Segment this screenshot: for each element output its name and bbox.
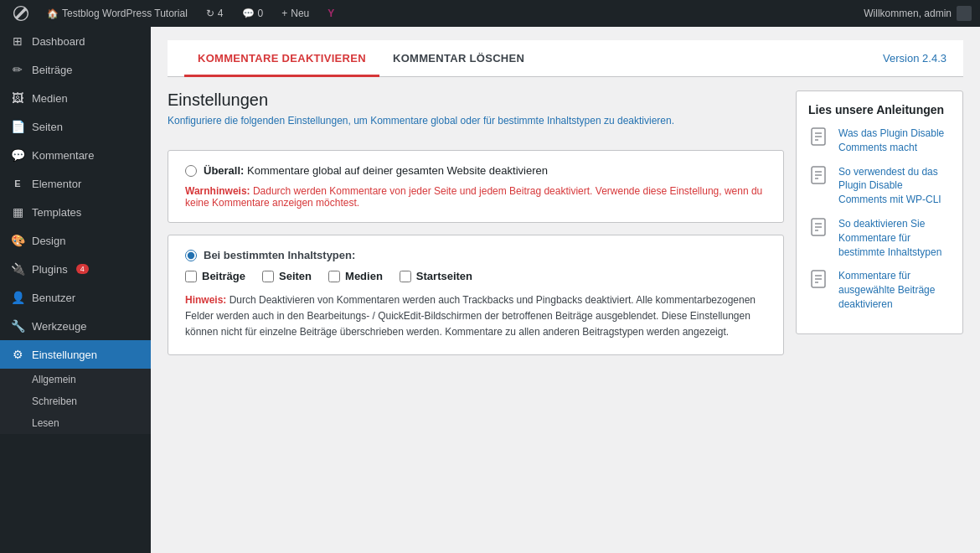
everywhere-label-text: Kommentare global auf deiner gesamten We… bbox=[247, 164, 548, 177]
guide-item-3[interactable]: So deaktivieren Sie Kommentare für besti… bbox=[808, 217, 951, 259]
users-icon: 👤 bbox=[10, 290, 25, 305]
checkbox-media-label: Medien bbox=[345, 270, 383, 282]
warning-text: Warnhinweis: Dadurch werden Kommentare v… bbox=[185, 185, 766, 209]
sidebar-item-settings[interactable]: ⚙ Einstellungen bbox=[0, 340, 151, 369]
admin-avatar bbox=[957, 6, 972, 21]
elementor-icon: E bbox=[10, 176, 25, 191]
checkbox-posts-input[interactable] bbox=[185, 271, 197, 282]
dashboard-icon: ⊞ bbox=[10, 34, 25, 49]
hint-content: Durch Deaktivieren von Kommentaren werde… bbox=[185, 294, 756, 338]
comments-link[interactable]: 💬 0 bbox=[237, 0, 269, 27]
submenu-general[interactable]: Allgemein bbox=[0, 369, 151, 390]
settings-header: Einstellungen Konfiguriere die folgenden… bbox=[168, 90, 784, 150]
checkbox-pages[interactable]: Seiten bbox=[262, 270, 312, 282]
version-label: Version 2.4.3 bbox=[883, 52, 946, 65]
main-settings: Einstellungen Konfiguriere die folgenden… bbox=[168, 90, 784, 367]
sidebar-label-users: Benutzer bbox=[32, 292, 75, 304]
checkbox-media-input[interactable] bbox=[328, 271, 340, 282]
design-icon: 🎨 bbox=[10, 233, 25, 248]
sidebar-item-tools[interactable]: 🔧 Werkzeuge bbox=[0, 312, 151, 340]
sidebar-label-comments: Kommentare bbox=[32, 149, 94, 162]
sidebar-item-templates[interactable]: ▦ Templates bbox=[0, 198, 151, 226]
guide-item-text-3: So deaktivieren Sie Kommentare für besti… bbox=[838, 217, 951, 259]
sidebar-label-design: Design bbox=[32, 235, 65, 247]
guide-item-1[interactable]: Was das Plugin Disable Comments macht bbox=[808, 127, 951, 155]
warning-bold: Warnhinweis: bbox=[185, 185, 250, 197]
guide-card: Lies unsere Anleitungen Was das bbox=[796, 90, 963, 334]
warning-content: Dadurch werden Kommentare von jeder Seit… bbox=[185, 185, 762, 209]
yoast-icon[interactable]: Y bbox=[322, 0, 339, 27]
specific-label-text: Bei bestimmten Inhaltstypen: bbox=[204, 249, 355, 261]
sidebar-label-tools: Werkzeuge bbox=[32, 320, 87, 333]
guide-doc-icon-1 bbox=[808, 127, 832, 150]
pages-icon: 📄 bbox=[10, 119, 25, 134]
new-link[interactable]: + Neu bbox=[276, 0, 314, 27]
sidebar-label-posts: Beiträge bbox=[32, 64, 72, 76]
content-area: KOMMENTARE DEAKTIVIEREN KOMMENTAR LÖSCHE… bbox=[151, 27, 980, 553]
sidebar-item-comments[interactable]: 💬 Kommentare bbox=[0, 141, 151, 169]
everywhere-label-bold: Überall: bbox=[204, 164, 244, 177]
guide-doc-icon-3 bbox=[808, 217, 832, 240]
settings-submenu: Allgemein Schreiben Lesen bbox=[0, 369, 151, 434]
tools-icon: 🔧 bbox=[10, 318, 25, 333]
site-name[interactable]: 🏠 Testblog WordPress Tutorial bbox=[42, 0, 193, 27]
option-box-everywhere: Überall: Kommentare global auf deiner ge… bbox=[168, 150, 784, 223]
plugins-badge: 4 bbox=[76, 264, 89, 274]
comments-sidebar-icon: 💬 bbox=[10, 147, 25, 163]
sidebar-item-dashboard[interactable]: ⊞ Dashboard bbox=[0, 27, 151, 55]
templates-icon: ▦ bbox=[10, 204, 25, 220]
sidebar-item-posts[interactable]: ✏ Beiträge bbox=[0, 55, 151, 84]
sidebar: ⊞ Dashboard ✏ Beiträge 🖼 Medien 📄 Seiten… bbox=[0, 27, 151, 553]
guide-item-4[interactable]: Kommentare für ausgewählte Beiträge deak… bbox=[808, 269, 951, 311]
sidebar-item-elementor[interactable]: E Elementor bbox=[0, 169, 151, 198]
guide-doc-icon-2 bbox=[808, 165, 832, 189]
sidebar-item-media[interactable]: 🖼 Medien bbox=[0, 84, 151, 112]
checkbox-startseiten[interactable]: Startseiten bbox=[400, 270, 472, 282]
settings-subtitle: Konfiguriere die folgenden Einstellungen… bbox=[168, 115, 784, 127]
guide-item-text-4: Kommentare für ausgewählte Beiträge deak… bbox=[838, 269, 951, 311]
updates-link[interactable]: ↻ 4 bbox=[201, 0, 229, 27]
tabs-left: KOMMENTARE DEAKTIVIEREN KOMMENTAR LÖSCHE… bbox=[184, 40, 538, 76]
option-specific-label: Bei bestimmten Inhaltstypen: bbox=[204, 249, 355, 261]
settings-title: Einstellungen bbox=[168, 90, 784, 110]
tab-deactivate[interactable]: KOMMENTARE DEAKTIVIEREN bbox=[184, 40, 379, 77]
plugins-icon: 🔌 bbox=[10, 261, 25, 276]
submenu-read[interactable]: Lesen bbox=[0, 412, 151, 434]
sidebar-item-pages[interactable]: 📄 Seiten bbox=[0, 112, 151, 141]
guide-item-2[interactable]: So verwendest du das Plugin Disable Comm… bbox=[808, 165, 951, 207]
posts-icon: ✏ bbox=[10, 62, 25, 77]
sidebar-label-pages: Seiten bbox=[32, 121, 63, 133]
sidebar-menu: ⊞ Dashboard ✏ Beiträge 🖼 Medien 📄 Seiten… bbox=[0, 27, 151, 434]
main-layout: ⊞ Dashboard ✏ Beiträge 🖼 Medien 📄 Seiten… bbox=[0, 27, 980, 553]
sidebar-item-plugins[interactable]: 🔌 Plugins 4 bbox=[0, 255, 151, 283]
sidebar-item-users[interactable]: 👤 Benutzer bbox=[0, 283, 151, 312]
option-everywhere-label: Überall: Kommentare global auf deiner ge… bbox=[204, 164, 548, 177]
right-sidebar: Lies unsere Anleitungen Was das bbox=[796, 90, 963, 367]
option-box-specific: Bei bestimmten Inhaltstypen: Beiträge Se… bbox=[168, 235, 784, 355]
wp-logo[interactable] bbox=[8, 0, 34, 27]
checkbox-media[interactable]: Medien bbox=[328, 270, 383, 282]
sidebar-item-design[interactable]: 🎨 Design bbox=[0, 226, 151, 255]
checkbox-startseiten-label: Startseiten bbox=[416, 270, 472, 282]
checkbox-posts[interactable]: Beiträge bbox=[185, 270, 245, 282]
checkbox-pages-input[interactable] bbox=[262, 271, 274, 282]
welcome-text: Willkommen, admin bbox=[864, 8, 952, 19]
tabs-bar: KOMMENTARE DEAKTIVIEREN KOMMENTAR LÖSCHE… bbox=[168, 40, 963, 77]
guide-item-text-1: Was das Plugin Disable Comments macht bbox=[838, 127, 951, 155]
tab-delete[interactable]: KOMMENTAR LÖSCHEN bbox=[379, 40, 538, 77]
sidebar-label-elementor: Elementor bbox=[32, 178, 81, 190]
guide-item-text-2: So verwendest du das Plugin Disable Comm… bbox=[838, 165, 951, 207]
hint-text: Hinweis: Durch Deaktivieren von Kommenta… bbox=[185, 292, 766, 341]
sidebar-label-dashboard: Dashboard bbox=[32, 35, 85, 48]
admin-bar-right: Willkommen, admin bbox=[864, 6, 972, 21]
checkbox-posts-label: Beiträge bbox=[202, 270, 245, 282]
radio-everywhere[interactable] bbox=[185, 165, 197, 177]
radio-specific[interactable] bbox=[185, 250, 197, 261]
option-everywhere-row: Überall: Kommentare global auf deiner ge… bbox=[185, 164, 766, 177]
guide-card-title: Lies unsere Anleitungen bbox=[808, 103, 951, 116]
checkbox-pages-label: Seiten bbox=[279, 270, 312, 282]
page-layout: Einstellungen Konfiguriere die folgenden… bbox=[168, 77, 963, 367]
submenu-write[interactable]: Schreiben bbox=[0, 390, 151, 412]
checkbox-startseiten-input[interactable] bbox=[400, 271, 411, 282]
settings-icon: ⚙ bbox=[10, 347, 25, 362]
